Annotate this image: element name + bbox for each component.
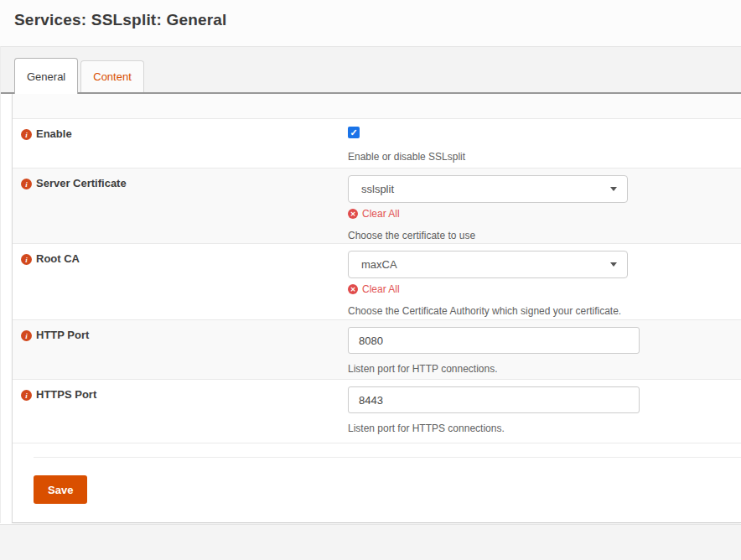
form-actions: Save bbox=[34, 457, 741, 522]
enable-label: Enable bbox=[36, 127, 72, 140]
http-port-input[interactable] bbox=[348, 327, 640, 354]
clear-all-label: Clear All bbox=[362, 208, 400, 220]
checkmark-icon: ✓ bbox=[350, 127, 357, 138]
enable-checkbox[interactable]: ✓ bbox=[348, 127, 360, 138]
enable-label-cell: i Enable bbox=[13, 119, 348, 168]
root-ca-control-cell: maxCA ✕ Clear All Choose the Certificate… bbox=[348, 244, 741, 319]
https-port-label-cell: i HTTPS Port bbox=[13, 380, 348, 443]
server-certificate-label: Server Certificate bbox=[36, 177, 127, 189]
http-port-control-cell: Listen port for HTTP connections. bbox=[348, 320, 741, 379]
root-ca-select[interactable]: maxCA bbox=[348, 251, 628, 278]
tab-general-label: General bbox=[27, 70, 65, 83]
tab-general[interactable]: General bbox=[14, 58, 78, 94]
root-ca-label: Root CA bbox=[36, 252, 80, 265]
info-icon[interactable]: i bbox=[21, 330, 32, 341]
form-row-http-port: i HTTP Port Listen port for HTTP connect… bbox=[13, 320, 741, 380]
info-icon[interactable]: i bbox=[21, 390, 32, 401]
clear-all-label: Clear All bbox=[362, 283, 400, 295]
page-footer bbox=[0, 524, 741, 560]
clear-circle-icon: ✕ bbox=[348, 284, 358, 294]
form-row-server-certificate: i Server Certificate sslsplit ✕ Clear Al… bbox=[13, 169, 741, 244]
form-row-https-port: i HTTPS Port Listen port for HTTPS conne… bbox=[13, 380, 741, 443]
tab-content[interactable]: Content bbox=[80, 60, 144, 92]
server-certificate-help: Choose the certificate to use bbox=[348, 230, 741, 241]
enable-help: Enable or disable SSLsplit bbox=[348, 151, 741, 163]
root-ca-help: Choose the Certificate Authority which s… bbox=[348, 305, 741, 317]
form-row-root-ca: i Root CA maxCA ✕ Clear All Choose the C… bbox=[13, 244, 741, 320]
content-area: General Content i Enable ✓ Enable or dis… bbox=[0, 46, 741, 523]
server-certificate-label-cell: i Server Certificate bbox=[13, 169, 348, 243]
caret-down-icon bbox=[610, 262, 617, 267]
save-button[interactable]: Save bbox=[34, 475, 87, 504]
root-ca-value: maxCA bbox=[361, 258, 397, 271]
https-port-input[interactable] bbox=[348, 386, 640, 413]
form-row-enable: i Enable ✓ Enable or disable SSLsplit bbox=[13, 119, 741, 169]
https-port-help: Listen port for HTTPS connections. bbox=[348, 423, 741, 434]
http-port-label-cell: i HTTP Port bbox=[13, 320, 348, 379]
server-certificate-select[interactable]: sslsplit bbox=[348, 175, 628, 203]
http-port-help: Listen port for HTTP connections. bbox=[348, 363, 741, 375]
page-header: Services: SSLsplit: General bbox=[0, 0, 741, 46]
https-port-label: HTTPS Port bbox=[36, 388, 96, 401]
page-title: Services: SSLsplit: General bbox=[14, 11, 741, 29]
info-icon[interactable]: i bbox=[21, 179, 32, 189]
page: Services: SSLsplit: General General Cont… bbox=[0, 0, 741, 560]
settings-panel: i Enable ✓ Enable or disable SSLsplit i … bbox=[12, 94, 741, 523]
https-port-control-cell: Listen port for HTTPS connections. bbox=[348, 380, 741, 443]
server-certificate-value: sslsplit bbox=[361, 183, 394, 195]
tab-content-label: Content bbox=[93, 70, 132, 83]
root-ca-label-cell: i Root CA bbox=[13, 244, 348, 319]
http-port-label: HTTP Port bbox=[36, 329, 89, 341]
enable-control-cell: ✓ Enable or disable SSLsplit bbox=[348, 119, 741, 168]
caret-down-icon bbox=[610, 187, 617, 191]
panel-header-strip bbox=[13, 94, 741, 119]
root-ca-clear-all[interactable]: ✕ Clear All bbox=[348, 283, 400, 295]
info-icon[interactable]: i bbox=[21, 254, 32, 265]
server-certificate-control-cell: sslsplit ✕ Clear All Choose the certific… bbox=[348, 169, 741, 243]
server-certificate-clear-all[interactable]: ✕ Clear All bbox=[348, 208, 400, 220]
tab-bar: General Content bbox=[1, 46, 741, 94]
clear-circle-icon: ✕ bbox=[348, 209, 358, 219]
info-icon[interactable]: i bbox=[21, 129, 32, 140]
